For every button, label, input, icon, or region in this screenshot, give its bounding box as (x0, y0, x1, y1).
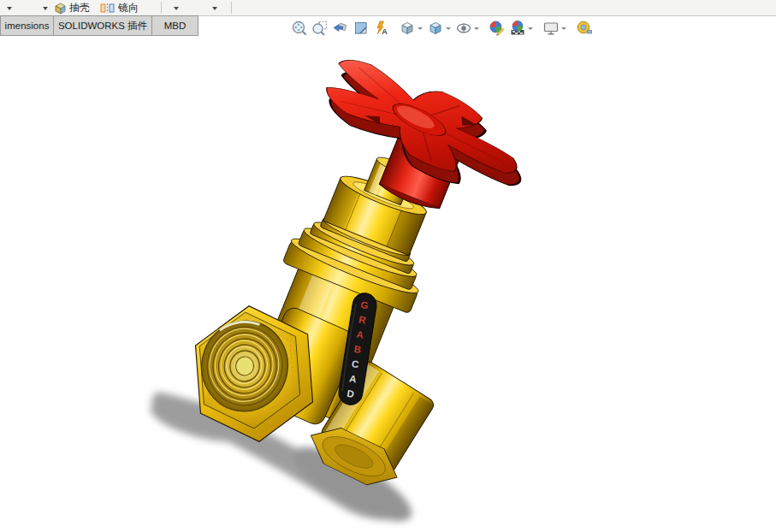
zoom-to-area-icon[interactable] (311, 19, 329, 38)
previous-view-icon[interactable] (331, 19, 350, 38)
solidworks-window: G R A B C A D (0, 0, 776, 532)
mirror-icon (100, 3, 116, 14)
apply-scene-dropdown[interactable] (528, 27, 533, 30)
collapsed-flyout-caret[interactable] (212, 7, 217, 10)
tab-mbd[interactable]: MBD (152, 15, 198, 36)
collapsed-flyout-caret[interactable] (43, 7, 48, 10)
brand-letter: G (360, 299, 370, 310)
edit-appearance-icon[interactable] (488, 19, 506, 38)
collapsed-flyout-caret[interactable] (174, 7, 179, 10)
toolbar-separator (161, 2, 162, 14)
graphics-area[interactable]: G R A B C A D (0, 0, 776, 532)
hide-show-items-dropdown[interactable] (474, 27, 479, 30)
view-settings-icon[interactable] (542, 19, 560, 38)
mirror-label: 镜向 (118, 1, 139, 15)
zoom-to-fit-icon[interactable] (290, 19, 309, 38)
command-toolbar: 抽壳 镜向 (0, 0, 776, 16)
dynamic-annotation-views-icon[interactable]: A (372, 19, 391, 38)
svg-text:A: A (382, 27, 388, 36)
toolbar-separator (231, 2, 232, 14)
shell-label: 抽壳 (69, 1, 90, 15)
commandmanager-tabs: imensions SOLIDWORKS 插件 MBD (0, 15, 198, 36)
display-style-icon[interactable] (426, 19, 445, 38)
valve-3d-view[interactable]: G R A B C A D (0, 0, 776, 532)
view-settings-dropdown[interactable] (561, 27, 566, 30)
view-orientation-dropdown[interactable] (418, 27, 423, 30)
display-style-dropdown[interactable] (446, 27, 451, 30)
tab-dimensions[interactable]: imensions (0, 15, 54, 36)
tape-measure-icon[interactable] (575, 19, 594, 38)
mirror-button[interactable]: 镜向 (100, 0, 139, 15)
shell-button[interactable]: 抽壳 (54, 0, 90, 15)
hide-show-items-icon[interactable] (454, 19, 473, 38)
section-view-icon[interactable] (352, 19, 370, 38)
apply-scene-icon[interactable] (508, 19, 527, 38)
view-orientation-icon[interactable] (398, 19, 417, 38)
shell-icon (54, 2, 67, 15)
collapsed-flyout-caret[interactable] (7, 7, 12, 10)
tab-solidworks-addins[interactable]: SOLIDWORKS 插件 (54, 15, 152, 36)
headsup-view-toolbar: A (289, 18, 595, 38)
